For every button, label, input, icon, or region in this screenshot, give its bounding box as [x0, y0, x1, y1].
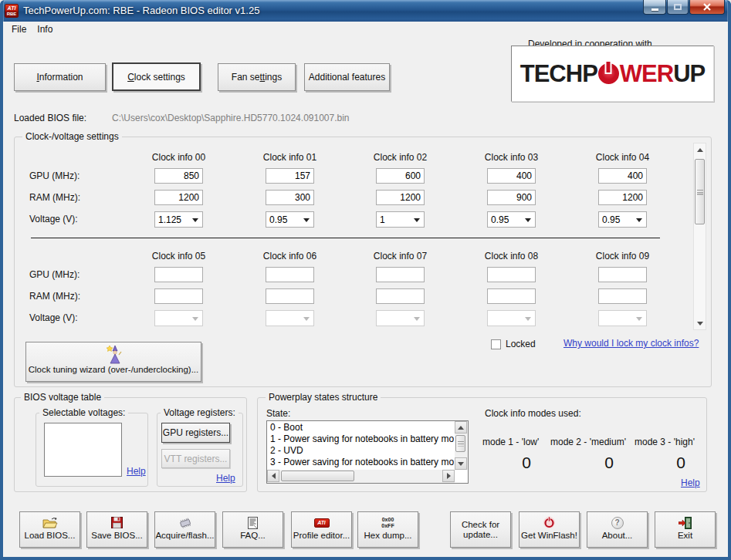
chevron-down-icon — [525, 317, 531, 321]
clock-info-header: Clock info 08 — [476, 251, 547, 261]
hex-dump-button[interactable]: 0x000xFF Hex dump... — [357, 511, 418, 548]
gpu-mhz-input[interactable] — [154, 267, 203, 282]
voltage-combo — [487, 310, 536, 326]
voltage-registers-title: Voltage registers: — [161, 407, 239, 418]
clock-info-header: Clock info 06 — [255, 251, 325, 261]
tab-information[interactable]: Information — [14, 63, 106, 91]
arrow-up-icon — [697, 148, 703, 152]
load-bios-button[interactable]: Load BIOS... — [19, 511, 80, 548]
exit-button[interactable]: Exit — [655, 511, 716, 548]
gpu-row-label: GPU (MHz): — [29, 170, 80, 181]
voltage-row-label: Voltage (V): — [29, 214, 78, 224]
mode1-label: mode 1 - 'low' — [482, 437, 539, 447]
chevron-down-icon — [192, 317, 198, 321]
chevron-down-icon — [636, 317, 642, 321]
chip-icon — [178, 514, 193, 531]
ram-mhz-input[interactable] — [376, 288, 425, 304]
state-list-hscrollbar[interactable] — [267, 470, 455, 483]
minimize-button[interactable] — [643, 0, 666, 15]
ram-mhz-input[interactable] — [266, 288, 314, 304]
powerplay-group-title: Powerplay states structure — [266, 392, 381, 403]
gpu-mhz-input[interactable] — [598, 267, 647, 282]
voltage-combo — [598, 310, 647, 326]
selectable-voltages-help-link[interactable]: Help — [127, 466, 146, 477]
vtt-registers-button: VTT registers... — [161, 449, 230, 468]
voltage-combo — [376, 310, 425, 326]
mode3-count: 0 — [670, 454, 692, 472]
locked-checkbox[interactable] — [491, 339, 501, 349]
mode2-count: 0 — [598, 454, 620, 472]
scroll-up-button[interactable] — [694, 143, 706, 156]
list-item[interactable]: 4 - ACPI: Disabled load balancing — [268, 468, 454, 469]
list-item[interactable]: 1 - Power saving for notebooks in batter… — [268, 433, 454, 445]
close-button[interactable] — [689, 0, 725, 15]
scroll-down-button[interactable] — [694, 317, 706, 329]
ram-row-label: RAM (MHz): — [29, 192, 80, 203]
state-list-vscrollbar[interactable] — [455, 421, 468, 470]
scrollbar-thumb[interactable] — [281, 471, 354, 481]
ram-row-label: RAM (MHz): — [29, 291, 80, 302]
scroll-right-button[interactable] — [442, 470, 455, 482]
maximize-button[interactable] — [667, 0, 689, 15]
ram-mhz-input[interactable] — [154, 288, 203, 304]
powerplay-help-link[interactable]: Help — [681, 477, 700, 488]
window-title: TechPowerUp.com: RBE - Radeon BIOS edito… — [23, 5, 259, 16]
clock-scrollbar[interactable] — [693, 143, 706, 330]
question-mark-icon: ? — [611, 514, 624, 531]
selectable-voltages-listbox[interactable] — [44, 423, 122, 477]
lock-info-link[interactable]: Why would I lock my clock infos? — [563, 338, 699, 349]
list-item[interactable]: 2 - UVD — [268, 445, 454, 457]
gpu-registers-button[interactable]: GPU registers... — [161, 423, 230, 443]
clock-voltage-group-title: Clock-/voltage settings — [22, 131, 122, 142]
gpu-row-label: GPU (MHz): — [29, 269, 80, 280]
power-icon — [543, 514, 556, 531]
menu-file[interactable]: File — [6, 23, 32, 35]
gpu-mhz-input[interactable] — [376, 267, 425, 282]
faq-button[interactable]: FAQ... — [222, 511, 283, 548]
ram-mhz-input[interactable] — [487, 288, 536, 304]
loaded-bios-label: Loaded BIOS file: — [14, 113, 86, 123]
clock-tuning-wizard-button[interactable]: Clock tuning wizard (over-/underclocking… — [25, 342, 201, 382]
list-item[interactable]: 0 - Boot — [268, 422, 454, 433]
about-button[interactable]: ? About... — [587, 511, 648, 548]
clock-info-header: Clock info 09 — [587, 251, 658, 261]
profile-editor-button[interactable]: ATi Profile editor... — [291, 511, 352, 548]
gpu-mhz-input[interactable] — [266, 267, 314, 282]
check-for-update-button[interactable]: Check for update... — [450, 511, 511, 548]
acquire-flash-button[interactable]: Acquire/flash... — [154, 511, 215, 548]
voltage-row-label: Voltage (V): — [29, 312, 78, 323]
voltage-registers-help-link[interactable]: Help — [216, 473, 235, 484]
app-window: ATI RBE TechPowerUp.com: RBE - Radeon BI… — [0, 0, 731, 560]
save-bios-button[interactable]: Save BIOS... — [86, 511, 147, 548]
voltage-combo — [266, 310, 314, 326]
arrow-down-icon — [697, 322, 703, 326]
scroll-down-button[interactable] — [455, 457, 467, 470]
close-icon — [703, 3, 711, 11]
ati-rbe-app-icon: ATI RBE — [5, 4, 19, 18]
clock-info-header: Clock info 05 — [144, 251, 214, 261]
state-list: 0 - Boot 1 - Power saving for notebooks … — [268, 422, 454, 469]
arrow-left-icon — [272, 473, 276, 479]
document-icon — [248, 514, 258, 531]
mode1-count: 0 — [516, 454, 537, 472]
gpu-mhz-input[interactable] — [487, 267, 536, 282]
get-winflash-button[interactable]: Get WinFlash! — [519, 511, 580, 548]
voltage-combo — [154, 310, 203, 326]
ram-mhz-input[interactable] — [598, 288, 647, 304]
open-folder-icon — [42, 514, 58, 531]
wizard-icon — [105, 344, 122, 365]
chevron-down-icon — [414, 317, 420, 321]
hex-icon: 0x000xFF — [381, 514, 394, 531]
locked-label: Locked — [506, 339, 536, 349]
minimize-icon — [651, 8, 658, 11]
chevron-down-icon — [303, 317, 310, 321]
scrollbar-thumb[interactable] — [455, 435, 465, 452]
menu-info[interactable]: Info — [32, 23, 58, 35]
maximize-icon — [674, 4, 682, 10]
scroll-up-button[interactable] — [455, 421, 467, 433]
list-item[interactable]: 3 - Power saving for notebooks in batter… — [268, 457, 454, 468]
separator — [31, 238, 660, 238]
titlebar: ATI RBE TechPowerUp.com: RBE - Radeon BI… — [0, 0, 731, 22]
scrollbar-thumb[interactable] — [695, 159, 705, 224]
scroll-left-button[interactable] — [267, 470, 279, 482]
